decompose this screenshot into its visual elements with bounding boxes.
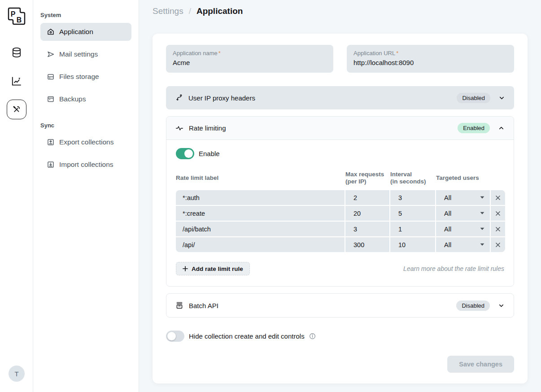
sidebar-item-export-collections[interactable]: Export collections xyxy=(40,133,131,151)
sidebar-item-files-storage[interactable]: Files storage xyxy=(40,68,131,86)
application-url-value: http://localhost:8090 xyxy=(353,59,507,66)
fields-row: Application name* Acme Application URL* … xyxy=(166,45,514,73)
sidebar-item-backups[interactable]: Backups xyxy=(40,90,131,108)
table-row: *:auth 2 3 All xyxy=(176,190,505,205)
svg-text:P: P xyxy=(10,10,15,18)
route-icon xyxy=(175,94,183,102)
sidebar-section-system: System xyxy=(40,12,131,18)
caret-down-icon xyxy=(480,243,484,246)
pocketbase-logo[interactable]: P B xyxy=(7,6,26,26)
rule-label-input[interactable]: /api/ xyxy=(176,237,345,252)
interval-input[interactable]: 10 xyxy=(390,237,435,252)
table-row: *:create 20 5 All xyxy=(176,206,505,221)
chevron-down-icon xyxy=(498,95,505,101)
sidebar-item-application[interactable]: Application xyxy=(40,23,131,41)
remove-rule-button[interactable] xyxy=(491,237,505,252)
rate-limit-enable-toggle[interactable] xyxy=(176,148,194,159)
paper-plane-icon xyxy=(47,50,55,58)
hard-drive-icon xyxy=(47,73,55,81)
max-requests-input[interactable]: 3 xyxy=(345,222,389,236)
logs-nav-icon[interactable] xyxy=(11,75,22,87)
rate-limiting-body: Enable Rate limit label Max requests(per… xyxy=(166,140,514,286)
accordion-rate-limiting[interactable]: Rate limiting Enabled xyxy=(166,117,514,140)
save-changes-button[interactable]: Save changes xyxy=(447,356,514,373)
sidebar-item-mail-settings[interactable]: Mail settings xyxy=(40,45,131,63)
collections-nav-icon[interactable] xyxy=(11,47,22,58)
breadcrumb: Settings / Application xyxy=(153,6,528,16)
remove-rule-button[interactable] xyxy=(491,206,505,221)
breadcrumb-settings[interactable]: Settings xyxy=(153,6,183,16)
application-name-value: Acme xyxy=(173,59,327,66)
settings-sidebar: System Application Mail settings Files s… xyxy=(33,0,139,392)
add-rate-limit-rule-button[interactable]: Add rate limit rule xyxy=(176,262,250,275)
page-title: Application xyxy=(196,6,243,16)
interval-input[interactable]: 1 xyxy=(390,222,435,236)
max-requests-input[interactable]: 20 xyxy=(345,206,389,221)
interval-input[interactable]: 5 xyxy=(390,206,435,221)
interval-input[interactable]: 3 xyxy=(390,190,435,205)
rule-label-input[interactable]: /api/batch xyxy=(176,222,345,236)
rate-limit-table-header: Rate limit label Max requests(per IP) In… xyxy=(176,171,504,185)
targeted-users-select[interactable]: All xyxy=(436,222,490,236)
max-requests-input[interactable]: 2 xyxy=(345,190,389,205)
application-settings-card: Application name* Acme Application URL* … xyxy=(153,34,528,383)
close-icon xyxy=(495,242,501,248)
targeted-users-select[interactable]: All xyxy=(436,206,490,221)
status-badge: Enabled xyxy=(458,123,490,133)
application-name-field[interactable]: Application name* Acme xyxy=(166,45,333,73)
rule-label-input[interactable]: *:auth xyxy=(176,190,345,205)
avatar[interactable]: T xyxy=(9,366,25,382)
table-row: /api/batch 3 1 All xyxy=(176,222,505,236)
info-icon[interactable] xyxy=(309,333,316,340)
rate-limit-table: *:auth 2 3 All *:create 20 5 All / xyxy=(176,190,505,252)
close-icon xyxy=(495,195,501,200)
max-requests-input[interactable]: 300 xyxy=(345,237,389,252)
targeted-users-select[interactable]: All xyxy=(436,190,490,205)
settings-nav-icon[interactable] xyxy=(7,100,26,119)
chevron-down-icon xyxy=(498,302,505,309)
rate-limiting-panel: Rate limiting Enabled Enable Rate limit … xyxy=(166,116,514,287)
pulse-icon xyxy=(175,124,183,132)
status-badge: Disabled xyxy=(456,301,490,311)
caret-down-icon xyxy=(480,227,484,231)
home-icon xyxy=(47,28,55,36)
chevron-up-icon xyxy=(498,125,505,131)
box-arrow-down-icon xyxy=(47,161,55,169)
status-badge: Disabled xyxy=(457,93,490,103)
sidebar-section-sync: Sync xyxy=(40,122,131,129)
close-icon xyxy=(495,211,501,216)
breadcrumb-separator: / xyxy=(189,6,191,16)
required-asterisk: * xyxy=(218,50,221,57)
table-row: /api/ 300 10 All xyxy=(176,237,505,252)
box-arrow-up-icon xyxy=(47,138,55,146)
svg-text:B: B xyxy=(16,16,22,24)
app-sidebar: P B T xyxy=(0,0,33,392)
required-asterisk: * xyxy=(396,50,398,57)
targeted-users-select[interactable]: All xyxy=(436,237,490,252)
sidebar-item-import-collections[interactable]: Import collections xyxy=(40,156,131,174)
hide-controls-toggle[interactable] xyxy=(166,331,184,342)
main-content: Settings / Application Application name*… xyxy=(139,0,541,392)
close-icon xyxy=(495,226,501,232)
learn-more-link[interactable]: Learn more about the rate limit rules xyxy=(403,265,504,272)
remove-rule-button[interactable] xyxy=(491,190,505,205)
caret-down-icon xyxy=(480,212,484,215)
rule-label-input[interactable]: *:create xyxy=(176,206,345,221)
plus-icon xyxy=(183,266,188,271)
accordion-batch-api[interactable]: Batch API Disabled xyxy=(166,293,514,318)
archive-stack-icon xyxy=(175,301,183,309)
application-url-field[interactable]: Application URL* http://localhost:8090 xyxy=(347,45,514,73)
accordion-user-ip-proxy-headers[interactable]: User IP proxy headers Disabled xyxy=(166,86,514,109)
remove-rule-button[interactable] xyxy=(491,222,505,236)
hide-controls-row: Hide collection create and edit controls xyxy=(166,331,514,342)
caret-down-icon xyxy=(480,196,484,199)
archive-drawer-icon xyxy=(47,95,55,103)
